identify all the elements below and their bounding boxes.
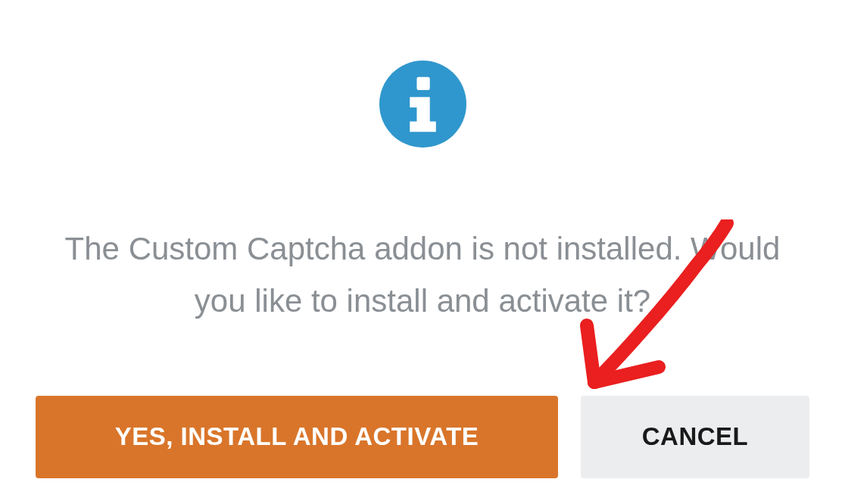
dialog-button-row: YES, INSTALL AND ACTIVATE CANCEL	[34, 396, 811, 478]
info-icon-wrapper	[379, 61, 466, 151]
cancel-button[interactable]: CANCEL	[581, 396, 809, 478]
dialog-message: The Custom Captcha addon is not installe…	[44, 222, 801, 328]
install-activate-button[interactable]: YES, INSTALL AND ACTIVATE	[36, 396, 558, 478]
install-addon-dialog: The Custom Captcha addon is not installe…	[0, 0, 845, 504]
info-icon	[379, 61, 466, 148]
svg-rect-1	[416, 77, 429, 90]
